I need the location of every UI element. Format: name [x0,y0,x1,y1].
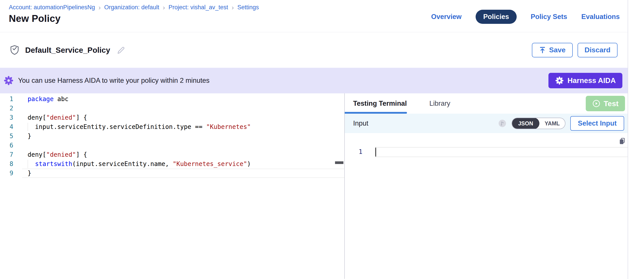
harness-aida-button[interactable]: Harness AIDA [548,73,622,88]
text-cursor [376,148,376,156]
line-number: 5 [0,132,22,141]
aida-banner: You can use Harness AIDA to write your p… [0,68,628,93]
code-text: deny["denied"] { [22,113,344,122]
aida-flower-icon [4,76,14,86]
discard-button-label: Discard [585,46,610,54]
test-button-label: Test [604,99,618,108]
page-title: New Policy [9,13,259,24]
test-button[interactable]: Test [586,96,625,111]
save-button-label: Save [549,46,566,54]
aida-flower-icon-white [555,76,564,85]
aida-banner-message: You can use Harness AIDA to write your p… [18,76,210,84]
content: 1package abc23deny["denied"] {4 input.se… [0,93,628,279]
code-text [22,141,344,150]
toggle-yaml[interactable]: YAML [540,118,565,129]
code-line[interactable]: 4 input.serviceEntity.serviceDefinition.… [0,122,344,132]
testing-tabs-row: Testing Terminal Library Test [345,93,628,114]
copy-icon [618,137,626,145]
upload-icon [539,46,546,54]
input-bar: Input JSON YAML Select Input [345,114,628,133]
select-input-button[interactable]: Select Input [570,116,624,131]
toolbar-actions: Save Discard [532,43,618,58]
format-icon[interactable] [498,119,507,128]
policy-nav-tabs: Overview Policies Policy Sets Evaluation… [431,0,620,32]
page: Account: automationPipelinesNg › Organiz… [0,0,628,279]
active-tab-underline [345,112,407,114]
input-label: Input [353,120,368,127]
line-number: 2 [0,104,22,113]
policy-code-editor[interactable]: 1package abc23deny["denied"] {4 input.se… [0,93,344,279]
policy-toolbar: Default_Service_Policy [0,32,628,68]
input-editor[interactable]: 1 [345,133,628,279]
save-button[interactable]: Save [532,43,573,58]
code-text: input.serviceEntity.serviceDefinition.ty… [22,122,344,132]
line-number: 1 [0,94,22,104]
breadcrumb-separator-icon: › [163,4,165,10]
copy-button[interactable] [618,137,626,145]
header-left: Account: automationPipelinesNg › Organiz… [9,0,259,32]
line-number: 9 [0,169,22,178]
code-lines: 1package abc23deny["denied"] {4 input.se… [0,94,344,178]
line-number: 3 [0,113,22,122]
harness-aida-button-label: Harness AIDA [568,76,616,85]
line-number: 7 [0,150,22,159]
policy-title-group: Default_Service_Policy [10,45,125,56]
shield-check-icon [10,45,20,56]
breadcrumb-account[interactable]: Account: automationPipelinesNg [9,4,95,11]
breadcrumb-settings[interactable]: Settings [238,4,259,11]
tab-policy-sets[interactable]: Policy Sets [531,13,567,21]
code-text: deny["denied"] { [22,150,344,159]
code-line[interactable]: 1package abc [0,94,344,104]
policy-name: Default_Service_Policy [25,46,110,54]
input-line-number: 1 [355,148,362,156]
code-text: startswith(input.serviceEntity.name, "Ku… [22,159,344,169]
code-line[interactable]: 7deny["denied"] { [0,150,344,159]
discard-button[interactable]: Discard [578,43,618,58]
breadcrumb-separator-icon: › [98,4,101,10]
code-text: } [22,169,344,178]
overview-ruler-cursor [335,161,344,164]
tab-evaluations[interactable]: Evaluations [581,13,620,21]
breadcrumb-organization[interactable]: Organization: default [104,4,159,11]
tab-policies[interactable]: Policies [476,10,516,24]
line-number: 6 [0,141,22,150]
breadcrumb-project[interactable]: Project: vishal_av_test [168,4,228,11]
pencil-icon [116,46,125,55]
tab-testing-terminal[interactable]: Testing Terminal [353,100,407,108]
line-number: 4 [0,122,22,132]
tab-overview[interactable]: Overview [431,13,462,21]
tab-library[interactable]: Library [429,100,450,108]
toggle-json[interactable]: JSON [512,118,540,129]
format-toggle: JSON YAML [512,118,566,129]
code-line[interactable]: 5} [0,132,344,141]
code-text: } [22,132,344,141]
code-line[interactable]: 6 [0,141,344,150]
code-text: package abc [22,94,344,104]
play-circle-icon [592,99,600,108]
edit-policy-name-button[interactable] [116,46,125,55]
code-text [22,104,344,113]
page-header: Account: automationPipelinesNg › Organiz… [0,0,628,32]
code-line[interactable]: 3deny["denied"] { [0,113,344,122]
testing-panel: Testing Terminal Library Test [345,93,628,279]
app-window: Account: automationPipelinesNg › Organiz… [0,0,644,279]
breadcrumb-separator-icon: › [232,4,234,10]
breadcrumb: Account: automationPipelinesNg › Organiz… [9,4,259,11]
line-number: 8 [0,159,22,169]
code-line[interactable]: 8 startswith(input.serviceEntity.name, "… [0,159,344,169]
code-line[interactable]: 2 [0,104,344,113]
input-current-line[interactable] [375,147,628,157]
code-line[interactable]: 9} [0,169,344,178]
